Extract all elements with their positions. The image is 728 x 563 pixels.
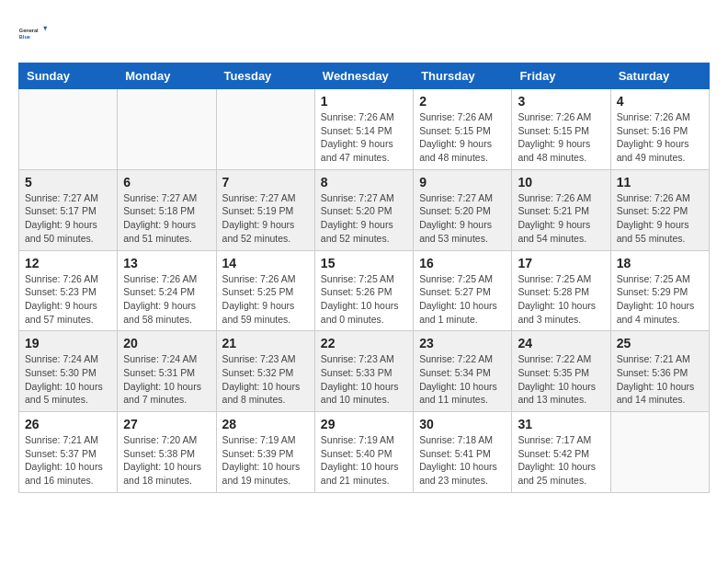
calendar-cell: 18Sunrise: 7:25 AM Sunset: 5:29 PM Dayli… (610, 250, 709, 331)
logo-icon: GeneralBlue (18, 18, 48, 48)
day-number: 19 (25, 336, 111, 350)
day-number: 2 (419, 94, 506, 109)
day-info: Sunrise: 7:24 AM Sunset: 5:30 PM Dayligh… (25, 352, 111, 407)
day-number: 8 (321, 175, 407, 190)
calendar-cell: 17Sunrise: 7:25 AM Sunset: 5:28 PM Dayli… (512, 250, 610, 331)
day-number: 18 (617, 256, 703, 270)
day-number: 27 (123, 417, 210, 431)
day-number: 1 (321, 94, 407, 109)
calendar-cell: 2Sunrise: 7:26 AM Sunset: 5:15 PM Daylig… (414, 89, 512, 170)
day-info: Sunrise: 7:26 AM Sunset: 5:15 PM Dayligh… (419, 110, 506, 165)
day-number: 15 (321, 256, 407, 270)
logo: GeneralBlue (18, 18, 48, 48)
calendar-cell: 5Sunrise: 7:27 AM Sunset: 5:17 PM Daylig… (19, 169, 118, 250)
day-info: Sunrise: 7:26 AM Sunset: 5:24 PM Dayligh… (123, 272, 210, 327)
day-info: Sunrise: 7:25 AM Sunset: 5:26 PM Dayligh… (321, 272, 407, 327)
calendar-cell: 31Sunrise: 7:17 AM Sunset: 5:42 PM Dayli… (512, 412, 610, 493)
column-header-thursday: Thursday (414, 63, 512, 89)
day-info: Sunrise: 7:18 AM Sunset: 5:41 PM Dayligh… (419, 433, 506, 488)
day-number: 11 (617, 175, 703, 190)
calendar-cell: 6Sunrise: 7:27 AM Sunset: 5:18 PM Daylig… (118, 169, 216, 250)
day-info: Sunrise: 7:17 AM Sunset: 5:42 PM Dayligh… (518, 433, 604, 488)
calendar-week-row: 12Sunrise: 7:26 AM Sunset: 5:23 PM Dayli… (19, 250, 710, 331)
svg-text:Blue: Blue (19, 34, 30, 40)
day-info: Sunrise: 7:22 AM Sunset: 5:35 PM Dayligh… (518, 352, 604, 407)
calendar-cell (19, 89, 118, 170)
column-header-monday: Monday (118, 63, 216, 89)
calendar: SundayMondayTuesdayWednesdayThursdayFrid… (18, 63, 710, 493)
day-number: 14 (222, 256, 309, 270)
calendar-cell: 25Sunrise: 7:21 AM Sunset: 5:36 PM Dayli… (610, 331, 709, 412)
calendar-cell: 21Sunrise: 7:23 AM Sunset: 5:32 PM Dayli… (216, 331, 314, 412)
day-info: Sunrise: 7:25 AM Sunset: 5:28 PM Dayligh… (518, 272, 604, 327)
calendar-cell: 14Sunrise: 7:26 AM Sunset: 5:25 PM Dayli… (216, 250, 314, 331)
day-number: 20 (123, 336, 210, 350)
day-number: 5 (25, 175, 111, 190)
calendar-cell: 28Sunrise: 7:19 AM Sunset: 5:39 PM Dayli… (216, 412, 314, 493)
calendar-cell: 19Sunrise: 7:24 AM Sunset: 5:30 PM Dayli… (19, 331, 118, 412)
day-number: 6 (123, 175, 210, 190)
svg-marker-2 (43, 27, 47, 31)
day-info: Sunrise: 7:26 AM Sunset: 5:15 PM Dayligh… (518, 110, 604, 165)
day-info: Sunrise: 7:20 AM Sunset: 5:38 PM Dayligh… (123, 433, 210, 488)
svg-text:General: General (19, 28, 39, 33)
day-info: Sunrise: 7:25 AM Sunset: 5:29 PM Dayligh… (617, 272, 703, 327)
calendar-cell: 20Sunrise: 7:24 AM Sunset: 5:31 PM Dayli… (118, 331, 216, 412)
day-number: 10 (518, 175, 604, 190)
day-info: Sunrise: 7:27 AM Sunset: 5:20 PM Dayligh… (321, 191, 407, 246)
calendar-cell: 11Sunrise: 7:26 AM Sunset: 5:22 PM Dayli… (610, 169, 709, 250)
calendar-cell: 23Sunrise: 7:22 AM Sunset: 5:34 PM Dayli… (414, 331, 512, 412)
day-number: 31 (518, 417, 604, 431)
day-info: Sunrise: 7:22 AM Sunset: 5:34 PM Dayligh… (419, 352, 506, 407)
calendar-cell: 3Sunrise: 7:26 AM Sunset: 5:15 PM Daylig… (512, 89, 610, 170)
day-number: 7 (222, 175, 309, 190)
column-header-friday: Friday (512, 63, 610, 89)
day-info: Sunrise: 7:25 AM Sunset: 5:27 PM Dayligh… (419, 272, 506, 327)
day-number: 23 (419, 336, 506, 350)
calendar-cell: 1Sunrise: 7:26 AM Sunset: 5:14 PM Daylig… (314, 89, 413, 170)
day-number: 12 (25, 256, 111, 270)
day-info: Sunrise: 7:27 AM Sunset: 5:17 PM Dayligh… (25, 191, 111, 246)
calendar-cell: 8Sunrise: 7:27 AM Sunset: 5:20 PM Daylig… (314, 169, 413, 250)
page-header: GeneralBlue (18, 18, 710, 48)
day-info: Sunrise: 7:27 AM Sunset: 5:20 PM Dayligh… (419, 191, 506, 246)
day-info: Sunrise: 7:26 AM Sunset: 5:16 PM Dayligh… (617, 110, 703, 165)
calendar-header-row: SundayMondayTuesdayWednesdayThursdayFrid… (19, 63, 710, 89)
calendar-cell: 15Sunrise: 7:25 AM Sunset: 5:26 PM Dayli… (314, 250, 413, 331)
day-number: 9 (419, 175, 506, 190)
calendar-week-row: 19Sunrise: 7:24 AM Sunset: 5:30 PM Dayli… (19, 331, 710, 412)
calendar-week-row: 26Sunrise: 7:21 AM Sunset: 5:37 PM Dayli… (19, 412, 710, 493)
calendar-cell: 29Sunrise: 7:19 AM Sunset: 5:40 PM Dayli… (314, 412, 413, 493)
calendar-cell (216, 89, 314, 170)
day-info: Sunrise: 7:26 AM Sunset: 5:23 PM Dayligh… (25, 272, 111, 327)
calendar-week-row: 5Sunrise: 7:27 AM Sunset: 5:17 PM Daylig… (19, 169, 710, 250)
column-header-tuesday: Tuesday (216, 63, 314, 89)
day-info: Sunrise: 7:26 AM Sunset: 5:21 PM Dayligh… (518, 191, 604, 246)
day-info: Sunrise: 7:27 AM Sunset: 5:19 PM Dayligh… (222, 191, 309, 246)
day-info: Sunrise: 7:26 AM Sunset: 5:25 PM Dayligh… (222, 272, 309, 327)
calendar-cell: 7Sunrise: 7:27 AM Sunset: 5:19 PM Daylig… (216, 169, 314, 250)
calendar-cell: 16Sunrise: 7:25 AM Sunset: 5:27 PM Dayli… (414, 250, 512, 331)
day-number: 16 (419, 256, 506, 270)
column-header-saturday: Saturday (610, 63, 709, 89)
column-header-wednesday: Wednesday (314, 63, 413, 89)
day-info: Sunrise: 7:19 AM Sunset: 5:39 PM Dayligh… (222, 433, 309, 488)
day-number: 24 (518, 336, 604, 350)
day-info: Sunrise: 7:19 AM Sunset: 5:40 PM Dayligh… (321, 433, 407, 488)
day-info: Sunrise: 7:21 AM Sunset: 5:36 PM Dayligh… (617, 352, 703, 407)
calendar-cell (610, 412, 709, 493)
day-info: Sunrise: 7:27 AM Sunset: 5:18 PM Dayligh… (123, 191, 210, 246)
day-number: 25 (617, 336, 703, 350)
calendar-cell: 4Sunrise: 7:26 AM Sunset: 5:16 PM Daylig… (610, 89, 709, 170)
day-number: 29 (321, 417, 407, 431)
calendar-cell: 30Sunrise: 7:18 AM Sunset: 5:41 PM Dayli… (414, 412, 512, 493)
day-info: Sunrise: 7:26 AM Sunset: 5:14 PM Dayligh… (321, 110, 407, 165)
day-number: 28 (222, 417, 309, 431)
day-number: 21 (222, 336, 309, 350)
day-number: 22 (321, 336, 407, 350)
calendar-cell: 27Sunrise: 7:20 AM Sunset: 5:38 PM Dayli… (118, 412, 216, 493)
calendar-cell (118, 89, 216, 170)
day-number: 3 (518, 94, 604, 109)
calendar-cell: 12Sunrise: 7:26 AM Sunset: 5:23 PM Dayli… (19, 250, 118, 331)
day-info: Sunrise: 7:23 AM Sunset: 5:33 PM Dayligh… (321, 352, 407, 407)
